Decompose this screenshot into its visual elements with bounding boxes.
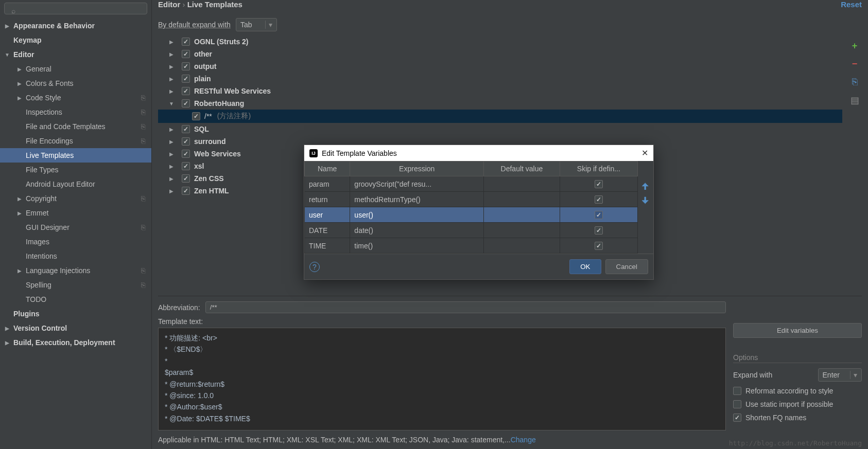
template-group-ognl-struts-2-[interactable]: OGNL (Struts 2) [158,35,842,48]
cell-expression[interactable]: date() [350,223,484,238]
add-icon[interactable]: + [852,41,858,51]
table-row[interactable]: returnmethodReturnType() [305,192,638,207]
sidebar-item-plugins[interactable]: Plugins [0,307,151,321]
cell-skip[interactable] [560,176,637,192]
sidebar-item-spelling[interactable]: Spelling⎘ [0,278,151,292]
cell-expression[interactable]: groovyScript("def resu... [350,176,484,192]
reset-link[interactable]: Reset [841,0,862,9]
sidebar-item-android-layout-editor[interactable]: Android Layout Editor [0,177,151,191]
col-default[interactable]: Default value [484,161,560,176]
dialog-titlebar[interactable]: IJ Edit Template Variables ✕ [304,145,653,161]
move-down-icon[interactable]: 🠋 [641,195,650,206]
move-up-icon[interactable]: 🠉 [641,182,650,192]
copy-icon[interactable]: ⎘ [141,122,145,131]
copy-icon[interactable]: ⎘ [852,77,858,87]
reformat-checkbox[interactable] [733,387,741,395]
close-icon[interactable]: ✕ [641,148,648,158]
cell-default[interactable] [484,223,560,238]
sidebar-item-keymap[interactable]: Keymap [0,33,151,47]
copy-icon[interactable]: ⎘ [141,266,145,275]
cell-expression[interactable]: methodReturnType() [350,192,484,207]
cell-default[interactable] [484,176,560,192]
col-expression[interactable]: Expression [350,161,484,176]
ok-button[interactable]: OK [569,259,601,274]
sidebar-item-copyright[interactable]: Copyright⎘ [0,191,151,206]
cell-default[interactable] [484,238,560,254]
col-skip[interactable]: Skip if defin... [560,161,637,176]
cell-skip[interactable] [560,223,637,238]
copy-icon[interactable]: ⎘ [141,223,145,231]
expand-with-select[interactable]: Enter ▾ [818,368,862,382]
group-checkbox[interactable] [182,187,190,195]
cell-name[interactable]: DATE [305,223,350,238]
cell-skip[interactable] [560,238,637,254]
sidebar-item-language-injections[interactable]: Language Injections⎘ [0,263,151,278]
panel-icon[interactable]: ▤ [850,95,859,106]
skip-checkbox[interactable] [595,242,603,250]
cell-name[interactable]: param [305,176,350,192]
cell-name[interactable]: return [305,192,350,207]
template-group-other[interactable]: other [158,48,842,60]
group-checkbox[interactable] [182,50,190,58]
leaf-checkbox[interactable] [192,112,200,120]
cell-default[interactable] [484,207,560,223]
cancel-button[interactable]: Cancel [605,259,649,274]
table-row[interactable]: DATEdate() [305,223,638,238]
sidebar-item-file-encodings[interactable]: File Encodings⎘ [0,134,151,148]
sidebar-item-colors-fonts[interactable]: Colors & Fonts [0,76,151,91]
template-group-robertohuang[interactable]: RobertoHuang [158,97,842,110]
skip-checkbox[interactable] [595,195,603,204]
cell-skip[interactable] [560,192,637,207]
skip-checkbox[interactable] [595,211,603,219]
copy-icon[interactable]: ⎘ [141,281,145,289]
expand-select[interactable]: Tab ▾ [236,18,277,31]
shorten-checkbox[interactable] [733,414,741,422]
sidebar-item-file-types[interactable]: File Types [0,163,151,177]
copy-icon[interactable]: ⎘ [141,194,145,203]
template-group-restful-web-services[interactable]: RESTful Web Services [158,85,842,97]
cell-default[interactable] [484,192,560,207]
cell-skip[interactable] [560,207,637,223]
group-checkbox[interactable] [182,38,190,46]
copy-icon[interactable]: ⎘ [141,137,145,145]
sidebar-item-version-control[interactable]: Version Control [0,321,151,335]
template-leaf[interactable]: /** (方法注释) [158,110,842,123]
sidebar-item-todo[interactable]: TODO [0,292,151,307]
sidebar-item-editor[interactable]: Editor [0,47,151,62]
skip-checkbox[interactable] [595,226,603,235]
abbr-input[interactable] [205,301,726,313]
template-group-plain[interactable]: plain [158,73,842,85]
sidebar-item-inspections[interactable]: Inspections⎘ [0,105,151,119]
col-name[interactable]: Name [305,161,350,176]
edit-variables-button[interactable]: Edit variables [733,323,862,338]
search-input[interactable] [4,3,147,14]
cell-expression[interactable]: user() [350,207,484,223]
copy-icon[interactable]: ⎘ [141,108,145,116]
skip-checkbox[interactable] [595,180,603,188]
table-row[interactable]: useruser() [305,207,638,223]
remove-icon[interactable]: − [852,59,858,69]
template-group-output[interactable]: output [158,60,842,73]
table-row[interactable]: TIMEtime() [305,238,638,254]
sidebar-item-file-and-code-templates[interactable]: File and Code Templates⎘ [0,119,151,134]
group-checkbox[interactable] [182,99,190,107]
sidebar-item-intentions[interactable]: Intentions [0,249,151,263]
sidebar-item-gui-designer[interactable]: GUI Designer⎘ [0,220,151,235]
sidebar-item-emmet[interactable]: Emmet [0,206,151,220]
sidebar-item-live-templates[interactable]: Live Templates [0,148,151,163]
group-checkbox[interactable] [182,75,190,83]
sidebar-item-images[interactable]: Images [0,235,151,249]
group-checkbox[interactable] [182,137,190,146]
sidebar-item-appearance-behavior[interactable]: Appearance & Behavior [0,19,151,33]
static-import-checkbox[interactable] [733,400,741,408]
template-group-sql[interactable]: SQL [158,123,842,135]
template-text-editor[interactable]: * 功能描述: <br> * 〈$END$〉 * $param$ * @retu… [158,328,726,430]
cell-expression[interactable]: time() [350,238,484,254]
group-checkbox[interactable] [182,162,190,170]
sidebar-item-build-execution-deployment[interactable]: Build, Execution, Deployment [0,335,151,350]
sidebar-item-general[interactable]: General [0,62,151,76]
group-checkbox[interactable] [182,150,190,158]
group-checkbox[interactable] [182,125,190,133]
table-row[interactable]: paramgroovyScript("def resu... [305,176,638,192]
group-checkbox[interactable] [182,62,190,70]
